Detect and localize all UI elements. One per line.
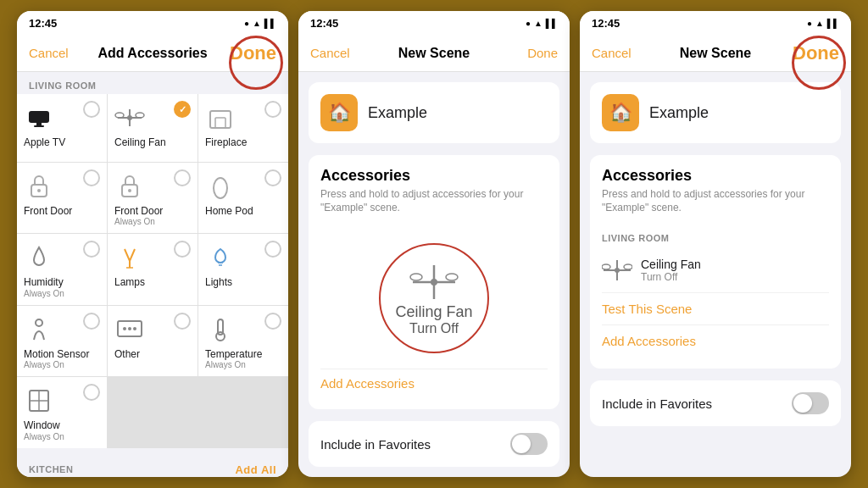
motion-sub: Always On <box>24 360 64 369</box>
signal-icon: ● <box>244 19 249 28</box>
accessory-fireplace[interactable]: Fireplace <box>198 94 288 162</box>
screen-new-scene-final: 12:45 ● ▲ ▌▌ Cancel New Scene Done 🏠 Exa… <box>580 11 851 477</box>
wifi-icon-3: ▲ <box>815 19 824 28</box>
svg-rect-1 <box>36 123 42 125</box>
accessory-appletv[interactable]: Apple TV <box>17 94 107 162</box>
status-icons-3: ● ▲ ▌▌ <box>807 19 839 28</box>
accessories-desc-2: Press and hold to adjust accessories for… <box>320 188 548 214</box>
battery-icon-3: ▌▌ <box>827 19 839 28</box>
kitchen-header: KITCHEN Add All <box>17 455 288 477</box>
fan-circle: Ceiling Fan Turn Off <box>379 243 489 353</box>
accessory-homepod[interactable]: Home Pod <box>198 163 288 233</box>
lamps-name: Lamps <box>114 276 145 288</box>
other-radio[interactable] <box>174 313 191 330</box>
other-icon <box>114 314 145 345</box>
motion-radio[interactable] <box>83 313 100 330</box>
status-icons-2: ● ▲ ▌▌ <box>526 19 558 28</box>
done-button-2[interactable]: Done <box>527 46 558 60</box>
svg-point-14 <box>214 178 227 198</box>
screen-add-accessories: 12:45 ● ▲ ▌▌ Cancel Add Accessories Done… <box>17 11 288 477</box>
nav-bar-2: Cancel New Scene Done <box>298 35 570 72</box>
svg-rect-8 <box>210 111 231 128</box>
ceiling-fan-state-3: Turn Off <box>641 271 701 283</box>
ceilingfan-icon <box>114 103 145 133</box>
motion-name: Motion Sensor <box>24 348 89 360</box>
humidity-sub: Always On <box>24 289 64 298</box>
cancel-button-3[interactable]: Cancel <box>592 46 632 60</box>
homepod-radio[interactable] <box>264 169 281 186</box>
lights-icon <box>205 242 236 273</box>
ceilingfan-radio[interactable] <box>174 101 191 118</box>
accessory-window[interactable]: Window Always On <box>17 377 107 447</box>
favorites-toggle-2[interactable] <box>510 433 548 455</box>
add-all-button[interactable]: Add All <box>235 463 276 476</box>
window-sub: Always On <box>24 432 64 441</box>
accessory-other[interactable]: Other <box>108 306 198 376</box>
done-button-1[interactable]: Done <box>230 42 276 64</box>
wifi-icon-2: ▲ <box>534 19 542 28</box>
temp-radio[interactable] <box>264 313 281 330</box>
accessory-lights[interactable]: Lights <box>198 234 288 304</box>
svg-point-7 <box>127 115 132 120</box>
humidity-radio[interactable] <box>83 241 100 258</box>
accessory-temperature[interactable]: Temperature Always On <box>198 306 288 376</box>
appletv-radio[interactable] <box>83 101 100 118</box>
ceilingfan-name: Ceiling Fan <box>114 136 166 148</box>
done-button-3[interactable]: Done <box>793 42 839 64</box>
window-icon <box>24 385 54 416</box>
accessories-title-2: Accessories <box>320 167 548 185</box>
status-bar-1: 12:45 ● ▲ ▌▌ <box>17 11 288 35</box>
accessory-ceilingfan[interactable]: Ceiling Fan <box>108 94 198 162</box>
svg-point-31 <box>410 274 422 280</box>
svg-point-37 <box>624 264 632 269</box>
lights-radio[interactable] <box>264 241 281 258</box>
scene-header-card-3: 🏠 Example <box>590 82 841 143</box>
include-favorites-2: Include in Favorites <box>309 421 559 467</box>
svg-point-32 <box>446 274 458 280</box>
svg-rect-9 <box>215 118 225 128</box>
accessories-title-3: Accessories <box>602 167 829 185</box>
ceiling-fan-row[interactable]: Ceiling Fan Turn Off <box>602 248 829 292</box>
time-1: 12:45 <box>29 17 57 30</box>
toggle-knob-2 <box>512 435 531 453</box>
svg-point-25 <box>216 332 225 341</box>
cancel-button-2[interactable]: Cancel <box>310 46 350 60</box>
lights-name: Lights <box>205 276 232 288</box>
lamps-radio[interactable] <box>174 241 191 258</box>
svg-point-38 <box>615 268 620 273</box>
scene-name-2: Example <box>368 104 427 122</box>
ceiling-fan-icon-3 <box>602 255 632 286</box>
accessory-motion[interactable]: Motion Sensor Always On <box>17 306 107 376</box>
lamps-icon <box>114 242 145 273</box>
accessory-frontdoor2[interactable]: Front Door Always On <box>108 163 198 233</box>
frontdoor1-radio[interactable] <box>83 169 100 186</box>
accessories-list: LIVING ROOM Apple TV Ceiling Fan <box>17 72 288 477</box>
window-name: Window <box>24 419 60 431</box>
accessory-lamps[interactable]: Lamps <box>108 234 198 304</box>
fan-display[interactable]: Ceiling Fan Turn Off <box>320 226 548 369</box>
wifi-icon: ▲ <box>253 19 261 28</box>
add-accessories-link-2[interactable]: Add Accessories <box>320 369 548 397</box>
nav-bar-1: Cancel Add Accessories Done <box>17 35 288 72</box>
svg-point-21 <box>123 327 126 330</box>
status-bar-2: 12:45 ● ▲ ▌▌ <box>298 11 570 35</box>
svg-point-23 <box>133 327 136 330</box>
svg-point-36 <box>602 264 610 269</box>
frontdoor2-radio[interactable] <box>174 169 191 186</box>
scene-header-card-2: 🏠 Example <box>309 82 559 143</box>
nav-title-3: New Scene <box>680 46 751 61</box>
add-accessories-link-3[interactable]: Add Accessories <box>602 324 829 357</box>
humidity-icon <box>24 242 54 273</box>
favorites-toggle-3[interactable] <box>792 392 829 414</box>
fireplace-radio[interactable] <box>264 101 281 118</box>
accessory-humidity[interactable]: Humidity Always On <box>17 234 107 304</box>
window-radio[interactable] <box>83 384 100 401</box>
test-scene-link[interactable]: Test This Scene <box>602 292 829 324</box>
kitchen-label: KITCHEN <box>29 464 73 474</box>
accessory-frontdoor1[interactable]: Front Door <box>17 163 107 233</box>
scene-name-3: Example <box>649 104 709 122</box>
toggle-knob-3 <box>793 394 812 413</box>
svg-rect-0 <box>29 111 49 123</box>
scene2-content: 🏠 Example Accessories Press and hold to … <box>298 72 570 477</box>
cancel-button-1[interactable]: Cancel <box>29 46 69 60</box>
